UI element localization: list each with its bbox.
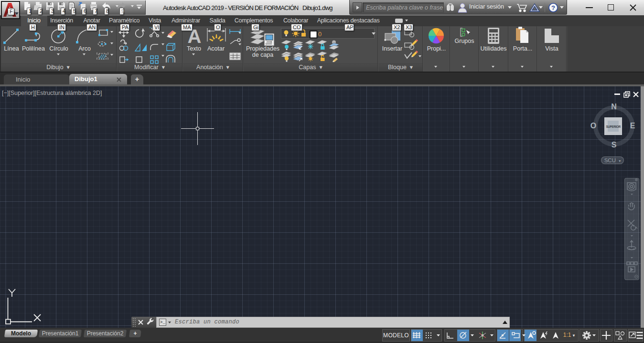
svg-text:0: 0 xyxy=(318,31,322,38)
svg-text:?: ? xyxy=(551,4,555,11)
